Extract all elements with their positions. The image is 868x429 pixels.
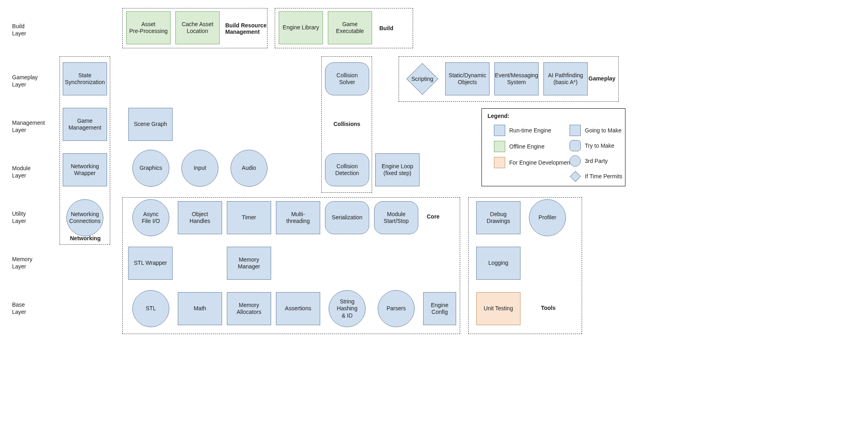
legend-swatch-if-time xyxy=(570,171,581,182)
node-module-start-stop: Module Start/Stop xyxy=(374,201,418,234)
legend-item-try: Try to Make xyxy=(570,140,614,151)
node-memory-allocators: Memory Allocators xyxy=(227,292,271,325)
node-parsers: Parsers xyxy=(378,290,415,327)
legend-item-runtime: Run-time Engine xyxy=(494,125,551,136)
node-engine-config: Engine Config xyxy=(423,292,456,325)
legend-item-going: Going to Make xyxy=(570,125,621,136)
node-audio: Audio xyxy=(230,150,267,187)
legend-swatch-try xyxy=(570,140,581,151)
legend-label-try: Try to Make xyxy=(585,142,614,149)
layer-label-memory: Memory Layer xyxy=(12,256,33,270)
node-scripting: Scripting xyxy=(411,68,434,90)
legend-label-going: Going to Make xyxy=(585,127,621,134)
layer-label-gameplay: Gameplay Layer xyxy=(12,74,38,88)
node-networking-wrapper: Networking Wrapper xyxy=(63,153,107,186)
legend-swatch-third-party xyxy=(570,155,581,167)
group-label-gameplay: Gameplay xyxy=(588,75,615,82)
node-static-dynamic-objects: Static/Dynamic Objects xyxy=(445,62,490,95)
node-game-management: Game Management xyxy=(63,108,107,141)
group-label-build-resource-management: Build Resource Management xyxy=(225,22,267,35)
node-stl: STL xyxy=(132,290,169,327)
legend-swatch-if-time-wrap xyxy=(570,171,581,182)
node-unit-testing: Unit Testing xyxy=(476,292,520,325)
node-collision-solver: Collision Solver xyxy=(325,62,369,95)
legend-box: Legend: Run-time Engine Offline Engine F… xyxy=(481,108,625,186)
legend-label-offline: Offline Engine xyxy=(509,143,545,150)
node-engine-loop: Engine Loop (fixed step) xyxy=(375,153,420,186)
legend-label-runtime: Run-time Engine xyxy=(509,127,551,134)
group-label-tools: Tools xyxy=(541,305,555,311)
diagram-canvas: Build Layer Gameplay Layer Management La… xyxy=(0,0,868,429)
legend-item-third-party: 3rd Party xyxy=(570,155,608,167)
legend-label-dev: For Engine Development xyxy=(509,159,572,166)
node-timer: Timer xyxy=(227,201,271,234)
node-engine-library: Engine Library xyxy=(279,11,323,44)
legend-swatch-dev xyxy=(494,157,505,168)
node-collision-detection: Collision Detection xyxy=(325,153,369,186)
legend-title: Legend: xyxy=(487,113,509,119)
node-game-executable: Game Executable xyxy=(328,11,372,44)
node-debug-drawings: Debug Drawings xyxy=(476,201,520,234)
node-memory-manager: Memory Manager xyxy=(227,247,271,280)
node-string-hashing-id: String Hashing & ID xyxy=(329,290,366,327)
group-label-core: Core xyxy=(427,213,440,220)
node-state-synchronization: State Synchronization xyxy=(63,62,107,95)
group-label-collisions: Collisions xyxy=(333,121,360,127)
legend-item-if-time: If Time Permits xyxy=(570,171,622,182)
legend-label-third-party: 3rd Party xyxy=(585,158,608,164)
node-multi-threading: Multi- threading xyxy=(276,201,320,234)
layer-label-base: Base Layer xyxy=(12,301,26,316)
legend-swatch-offline xyxy=(494,141,505,152)
node-scripting-label: Scripting xyxy=(411,68,434,90)
layer-label-utility: Utility Layer xyxy=(12,210,26,225)
node-graphics: Graphics xyxy=(132,150,169,187)
node-math: Math xyxy=(178,292,222,325)
node-object-handles: Object Handles xyxy=(178,201,222,234)
node-logging: Logging xyxy=(476,247,520,280)
node-ai-pathfinding: AI Pathfinding (basic A*) xyxy=(543,62,588,95)
node-event-messaging-system: Event/Messaging System xyxy=(494,62,539,95)
legend-item-offline: Offline Engine xyxy=(494,141,545,152)
node-asset-pre-processing: Asset Pre-Processing xyxy=(126,11,171,44)
node-stl-wrapper: STL Wrapper xyxy=(128,247,173,280)
legend-swatch-going xyxy=(570,125,581,136)
legend-swatch-runtime xyxy=(494,125,505,136)
legend-item-dev: For Engine Development xyxy=(494,157,572,168)
node-input: Input xyxy=(181,150,218,187)
layer-label-build: Build Layer xyxy=(12,23,26,37)
node-serialization: Serialization xyxy=(325,201,369,234)
node-assertions: Assertions xyxy=(276,292,320,325)
node-profiler: Profiler xyxy=(529,199,566,236)
node-cache-asset-location: Cache Asset Location xyxy=(175,11,220,44)
legend-label-if-time: If Time Permits xyxy=(585,173,622,179)
layer-label-management: Management Layer xyxy=(12,119,45,134)
group-label-build: Build xyxy=(379,25,393,31)
node-scene-graph: Scene Graph xyxy=(128,108,173,141)
node-networking-connections: Networking Connections xyxy=(66,199,103,236)
node-async-file-io: Async File I/O xyxy=(132,199,169,236)
layer-label-module: Module Layer xyxy=(12,165,31,179)
